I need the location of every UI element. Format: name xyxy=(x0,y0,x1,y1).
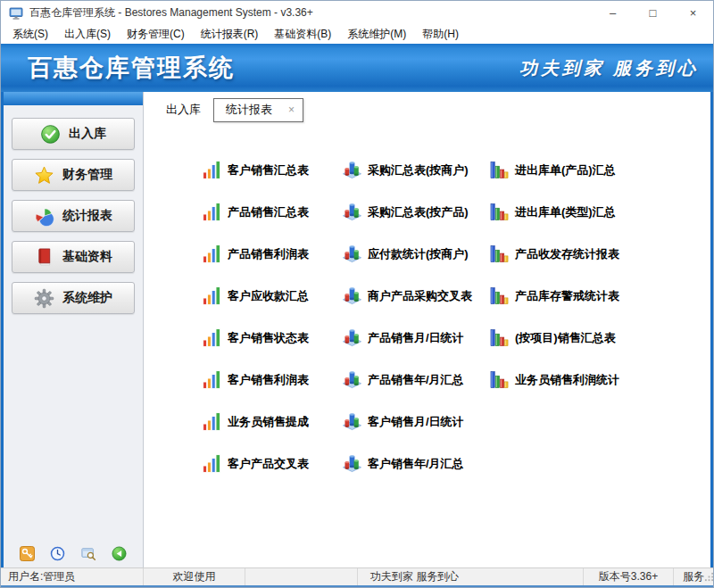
report-link[interactable]: 产品销售汇总表 xyxy=(203,191,309,233)
sidebar-button-in-out-warehouse[interactable]: 出入库 xyxy=(12,118,135,150)
report-link-label: 产品销售年/月汇总 xyxy=(368,372,464,388)
report-link-label: 产品销售月/日统计 xyxy=(368,330,464,346)
minimize-button[interactable]: – xyxy=(593,1,633,25)
menu-item-1[interactable]: 系统(S) xyxy=(4,27,56,42)
bar-chart-ascending-icon xyxy=(203,328,221,347)
banner: 百惠仓库管理系统 功夫到家 服务到心 xyxy=(1,44,713,92)
gear-icon xyxy=(34,288,54,309)
menu-item-2[interactable]: 出入库(S) xyxy=(56,27,119,42)
bar-chart-descending-icon xyxy=(490,286,509,305)
sidebar-button-system-maintenance[interactable]: 系统维护 xyxy=(12,282,135,314)
bar-chart-descending-icon xyxy=(490,244,509,263)
bar-chart-ascending-icon xyxy=(203,161,221,179)
report-links-area: 客户销售汇总表产品销售汇总表产品销售利润表客户应收款汇总客户销售状态表客户销售利… xyxy=(144,149,710,567)
report-link[interactable]: 商户产品采购交叉表 xyxy=(343,275,472,317)
cylinder-chart-icon xyxy=(343,161,361,179)
report-column-1: 客户销售汇总表产品销售汇总表产品销售利润表客户应收款汇总客户销售状态表客户销售利… xyxy=(203,149,309,484)
report-link[interactable]: 产品销售利润表 xyxy=(203,233,309,275)
status-segment-4: 功夫到家 服务到心 xyxy=(358,568,584,585)
sidebar-footer-toolbar xyxy=(14,546,132,561)
report-link-label: 采购汇总表(按产品) xyxy=(368,204,469,220)
menu-bar: 系统(S)出入库(S)财务管理(C)统计报表(R)基础资料(B)系统维护(M)帮… xyxy=(1,25,713,44)
menu-item-3[interactable]: 财务管理(C) xyxy=(119,27,193,42)
status-text: 欢迎使用 xyxy=(173,569,216,584)
report-link-label: 产品销售利润表 xyxy=(228,246,309,262)
history-button[interactable] xyxy=(50,546,65,561)
bar-chart-descending-icon xyxy=(490,161,509,179)
menu-item-4[interactable]: 统计报表(R) xyxy=(193,27,267,42)
report-link[interactable]: 客户销售状态表 xyxy=(203,317,309,359)
bar-chart-ascending-icon xyxy=(203,412,221,431)
sidebar-button-base-data[interactable]: 基础资料 xyxy=(12,241,135,273)
preview-button[interactable] xyxy=(81,546,96,561)
tab-close-icon[interactable]: × xyxy=(288,104,295,115)
status-text: 版本号3.36+ xyxy=(599,569,658,584)
report-link[interactable]: (按项目)销售汇总表 xyxy=(490,317,619,359)
menu-item-6[interactable]: 系统维护(M) xyxy=(339,27,414,42)
report-link[interactable]: 客户销售汇总表 xyxy=(203,149,309,191)
password-button[interactable] xyxy=(20,546,35,561)
bar-chart-ascending-icon xyxy=(203,454,221,473)
report-link-label: 客户产品交叉表 xyxy=(228,456,309,472)
report-column-3: 进出库单(产品)汇总进出库单(类型)汇总产品收发存统计报表产品库存警戒统计表(按… xyxy=(490,149,619,401)
bar-chart-descending-icon xyxy=(490,203,509,221)
window-title: 百惠仓库管理系统 - Bestores Management System - … xyxy=(29,5,593,21)
key-icon xyxy=(20,546,35,561)
search-window-icon xyxy=(81,546,96,561)
pie-chart-icon xyxy=(34,206,54,227)
report-link[interactable]: 采购汇总表(按产品) xyxy=(343,191,472,233)
exit-button[interactable] xyxy=(112,546,127,561)
sidebar-button-statistics-reports[interactable]: 统计报表 xyxy=(12,200,135,232)
cylinder-chart-icon xyxy=(343,328,361,347)
tab-strip: 出入库统计报表× xyxy=(144,92,710,120)
title-bar: 百惠仓库管理系统 - Bestores Management System - … xyxy=(1,1,713,25)
report-link-label: 客户销售年/月汇总 xyxy=(368,456,464,472)
report-link[interactable]: 采购汇总表(按商户) xyxy=(343,149,472,191)
close-button[interactable]: × xyxy=(673,1,713,25)
report-link[interactable]: 客户销售月/日统计 xyxy=(343,401,472,443)
report-link[interactable]: 应付款统计(按商户) xyxy=(343,233,472,275)
sidebar-button-label: 财务管理 xyxy=(62,167,112,183)
report-link[interactable]: 客户产品交叉表 xyxy=(203,443,309,484)
report-link[interactable]: 产品销售月/日统计 xyxy=(343,317,472,359)
report-link-label: 客户销售汇总表 xyxy=(228,162,309,178)
book-icon xyxy=(34,247,54,268)
report-link[interactable]: 产品销售年/月汇总 xyxy=(343,359,472,401)
report-column-2: 采购汇总表(按商户)采购汇总表(按产品)应付款统计(按商户)商户产品采购交叉表产… xyxy=(343,149,472,484)
tab-label: 统计报表 xyxy=(226,102,272,118)
report-link-label: 采购汇总表(按商户) xyxy=(368,162,469,178)
tab-statistics-reports[interactable]: 统计报表× xyxy=(213,98,303,122)
report-link[interactable]: 业务员销售提成 xyxy=(203,401,309,443)
status-text: 用户名:管理员 xyxy=(8,569,75,584)
report-link-label: 产品库存警戒统计表 xyxy=(515,288,619,304)
report-link[interactable]: 进出库单(产品)汇总 xyxy=(490,149,619,191)
bar-chart-ascending-icon xyxy=(203,286,221,305)
report-link[interactable]: 产品收发存统计报表 xyxy=(490,233,619,275)
tab-in-out-warehouse[interactable]: 出入库 xyxy=(155,99,212,120)
sidebar-top-strip xyxy=(4,92,143,105)
status-text: 功夫到家 服务到心 xyxy=(370,569,459,584)
menu-item-5[interactable]: 基础资料(B) xyxy=(266,27,339,42)
banner-slogan: 功夫到家 服务到心 xyxy=(519,56,699,80)
report-link[interactable]: 客户应收款汇总 xyxy=(203,275,309,317)
bar-chart-descending-icon xyxy=(490,370,509,389)
report-link[interactable]: 业务员销售利润统计 xyxy=(490,359,619,401)
menu-item-7[interactable]: 帮助(H) xyxy=(414,27,467,42)
resize-grip-icon[interactable] xyxy=(704,572,713,582)
report-link[interactable]: 客户销售利润表 xyxy=(203,359,309,401)
report-link[interactable]: 产品库存警戒统计表 xyxy=(490,275,619,317)
cylinder-chart-icon xyxy=(343,244,361,263)
status-bar: 用户名:管理员欢迎使用功夫到家 服务到心版本号3.36+服务 xyxy=(1,567,713,585)
sidebar-button-label: 出入库 xyxy=(69,126,106,142)
cylinder-chart-icon xyxy=(343,370,361,389)
report-link-label: 业务员销售利润统计 xyxy=(515,372,619,388)
status-segment-5: 版本号3.36+ xyxy=(584,568,674,585)
sidebar-button-finance-management[interactable]: 财务管理 xyxy=(12,159,135,191)
sidebar-button-label: 基础资料 xyxy=(62,249,112,265)
maximize-button[interactable]: □ xyxy=(633,1,673,25)
window-controls: – □ × xyxy=(593,1,713,25)
report-link[interactable]: 客户销售年/月汇总 xyxy=(343,443,472,484)
bar-chart-descending-icon xyxy=(490,328,509,347)
report-link[interactable]: 进出库单(类型)汇总 xyxy=(490,191,619,233)
report-link-label: 客户销售利润表 xyxy=(228,372,309,388)
